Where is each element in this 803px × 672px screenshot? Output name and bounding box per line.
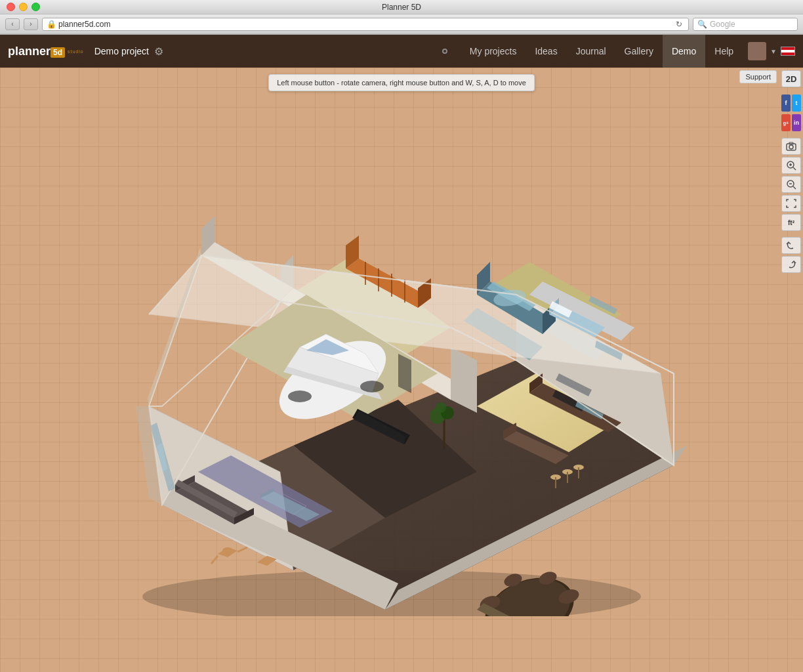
window-controls	[7, 3, 40, 11]
search-placeholder: Google	[710, 20, 735, 29]
app-header: planner5d studio Demo project ⚙ My proje…	[0, 35, 803, 68]
address-bar[interactable]: 🔒 planner5d.com ↻	[42, 18, 689, 31]
browser-title: Planner 5D	[382, 3, 421, 12]
nav-journal[interactable]: Journal	[567, 35, 615, 68]
search-icon: 🔍	[697, 20, 707, 29]
redo-button[interactable]	[781, 256, 801, 273]
secure-icon: 🔒	[47, 20, 56, 29]
floorplan-3d-view[interactable]	[96, 124, 687, 616]
nav-gallery[interactable]: Gallery	[615, 35, 663, 68]
logo: planner5d studio	[8, 45, 84, 58]
svg-marker-101	[148, 247, 201, 406]
units-button[interactable]: ft²	[781, 214, 801, 231]
nav-dot	[442, 49, 447, 54]
screenshot-button[interactable]	[781, 138, 801, 155]
zoom-in-button[interactable]	[781, 157, 801, 174]
instagram-button[interactable]: in	[792, 114, 801, 131]
svg-marker-64	[218, 547, 237, 557]
browser-titlebar: Planner 5D	[0, 0, 803, 14]
svg-marker-98	[398, 354, 411, 393]
nav-demo[interactable]: Demo	[663, 35, 705, 68]
undo-icon	[786, 241, 796, 250]
minimize-button[interactable]	[19, 3, 28, 11]
svg-line-66	[237, 547, 247, 552]
browser-chrome: Planner 5D ‹ › 🔒 planner5d.com ↻ 🔍 Googl…	[0, 0, 803, 35]
logo-5d: 5d	[51, 47, 65, 58]
nav-ideas[interactable]: Ideas	[525, 35, 566, 68]
fullscreen-button[interactable]	[781, 195, 801, 212]
fullscreen-icon	[786, 199, 796, 208]
support-button[interactable]: Support	[739, 70, 777, 83]
floorplan-container[interactable]	[13, 81, 770, 660]
avatar	[748, 42, 766, 60]
tooltip: Left mouse button - rotate camera, right…	[268, 74, 535, 91]
social-buttons: f t	[781, 94, 801, 112]
social-buttons-2: g+ in	[781, 114, 801, 131]
nav-links: My projects Ideas Journal Gallery Demo H…	[429, 35, 743, 68]
logo-studio: studio	[68, 49, 84, 54]
svg-point-37	[360, 381, 384, 392]
twitter-button[interactable]: t	[792, 94, 801, 112]
settings-button[interactable]: ⚙	[154, 45, 163, 58]
svg-line-9	[793, 186, 796, 189]
zoom-out-icon	[786, 179, 796, 190]
forward-button[interactable]: ›	[24, 18, 38, 30]
maximize-button[interactable]	[31, 3, 40, 11]
svg-line-65	[211, 556, 218, 564]
svg-point-72	[436, 402, 446, 413]
svg-line-6	[793, 167, 796, 170]
svg-point-36	[288, 390, 312, 402]
view-2d-button[interactable]: 2D	[781, 70, 801, 87]
zoom-in-icon	[786, 160, 796, 171]
refresh-button[interactable]: ↻	[674, 19, 684, 30]
main-content: Left mouse button - rotate camera, right…	[0, 68, 803, 672]
search-bar[interactable]: 🔍 Google	[693, 18, 798, 31]
back-button[interactable]: ‹	[5, 18, 20, 30]
nav-help[interactable]: Help	[705, 35, 743, 68]
zoom-out-button[interactable]	[781, 176, 801, 193]
user-area: ▼	[748, 42, 795, 60]
right-sidebar: 2D f t g+ in	[779, 68, 803, 274]
redo-icon	[786, 260, 796, 269]
browser-toolbar: ‹ › 🔒 planner5d.com ↻ 🔍 Google	[0, 14, 803, 34]
close-button[interactable]	[7, 3, 15, 11]
nav-my-projects[interactable]: My projects	[461, 35, 526, 68]
flag-icon[interactable]	[781, 47, 795, 56]
user-dropdown-arrow[interactable]: ▼	[770, 48, 777, 55]
address-text: planner5d.com	[58, 20, 110, 29]
project-name: Demo project	[94, 46, 149, 56]
svg-point-1	[789, 145, 793, 149]
logo-text: planner5d	[8, 45, 65, 58]
googleplus-button[interactable]: g+	[781, 114, 791, 131]
undo-button[interactable]	[781, 237, 801, 254]
camera-icon	[786, 142, 796, 151]
facebook-button[interactable]: f	[781, 94, 791, 112]
